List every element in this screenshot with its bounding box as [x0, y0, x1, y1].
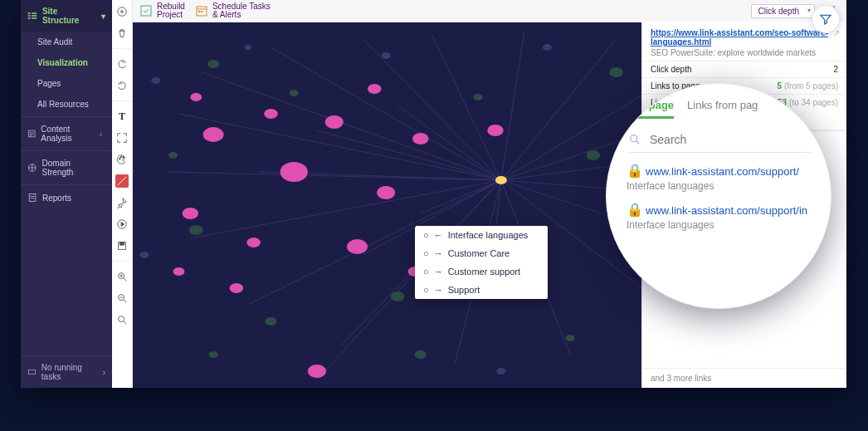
tooltip-row[interactable]: ○← Interface languages — [415, 226, 548, 244]
svg-point-65 — [209, 351, 218, 358]
save-icon[interactable] — [115, 239, 129, 252]
sidebar-section-content-analysis[interactable]: Content Analysis › — [21, 116, 112, 149]
rebuild-project-button[interactable]: Rebuild Project — [139, 2, 185, 20]
svg-rect-20 — [141, 6, 151, 16]
svg-point-78 — [203, 127, 224, 142]
svg-rect-22 — [198, 11, 200, 12]
svg-line-41 — [168, 172, 501, 180]
tooltip-label: Support — [448, 285, 480, 295]
result-url[interactable]: www.link-assistant.com/support/in — [646, 204, 807, 217]
result-caption: Interface languages — [627, 219, 811, 231]
chevron-right-icon: › — [100, 130, 102, 139]
add-node-icon[interactable] — [115, 5, 129, 18]
search-bar[interactable] — [627, 127, 811, 153]
main-sidebar: Site Structure ▾ Site Audit Visualizatio… — [21, 0, 112, 388]
svg-rect-16 — [119, 242, 124, 246]
result-caption: Interface languages — [627, 180, 811, 192]
svg-point-58 — [266, 317, 277, 326]
pin-icon[interactable] — [115, 196, 129, 209]
tooltip-label: Customer Care — [448, 248, 510, 258]
bubble-tab-links-from-page[interactable]: Links from pag — [687, 99, 758, 119]
top-toolbar: Rebuild Project Schedule Tasks & Alerts … — [133, 0, 846, 22]
svg-point-83 — [347, 239, 368, 254]
schedule-tasks-button[interactable]: Schedule Tasks & Alerts — [195, 2, 271, 20]
svg-point-90 — [173, 267, 185, 276]
highlight-tool-icon[interactable] — [115, 174, 129, 188]
result-url[interactable]: www.link-assistant.com/support/ — [646, 165, 799, 178]
svg-rect-9 — [28, 370, 35, 374]
svg-point-81 — [325, 115, 344, 129]
divider — [112, 261, 132, 262]
sidebar-section-domain-strength[interactable]: Domain Strength — [21, 150, 112, 183]
svg-point-60 — [168, 152, 178, 159]
sidebar-item-all-resources[interactable]: All Resources — [21, 94, 112, 115]
page-url-link[interactable]: https://www.link-assistant.com/seo-softw… — [651, 28, 838, 47]
zoom-in-icon[interactable] — [115, 270, 129, 283]
sidebar-section-reports[interactable]: Reports — [21, 184, 112, 208]
svg-point-88 — [308, 365, 326, 378]
svg-point-92 — [368, 84, 382, 94]
click-depth-select[interactable]: Click depth — [751, 4, 815, 18]
sidebar-item-site-audit[interactable]: Site Audit — [21, 32, 112, 52]
arrow-right-icon: → — [434, 285, 443, 295]
chevron-right-icon: › — [103, 368, 105, 377]
tooltip-row[interactable]: ○→ Customer support — [415, 262, 548, 281]
svg-point-87 — [264, 109, 278, 119]
zoom-reset-icon[interactable] — [115, 313, 129, 326]
svg-line-26 — [363, 39, 500, 180]
arrow-right-icon: → — [434, 248, 443, 258]
node-bullet-icon: ○ — [423, 285, 429, 295]
sidebar-footer-label: No running tasks — [41, 363, 98, 381]
filter-button[interactable] — [812, 5, 840, 33]
play-icon[interactable] — [115, 218, 129, 231]
svg-point-80 — [246, 238, 261, 247]
text-tool-icon[interactable]: T — [115, 110, 129, 123]
chevron-down-icon: ▾ — [101, 12, 105, 21]
trash-icon[interactable] — [115, 27, 129, 40]
zoom-out-icon[interactable] — [115, 291, 129, 305]
metric-value: 5 — [777, 81, 782, 91]
svg-line-44 — [317, 130, 501, 180]
svg-rect-4 — [32, 15, 37, 16]
sidebar-label-domain-strength: Domain Strength — [42, 159, 102, 177]
svg-line-45 — [397, 105, 501, 180]
tooltip-label: Interface languages — [448, 230, 529, 240]
search-result[interactable]: 🔒www.link-assistant.com/support/ Interfa… — [627, 163, 811, 192]
search-result[interactable]: 🔒www.link-assistant.com/support/in Inter… — [627, 202, 811, 231]
search-icon — [628, 133, 641, 146]
metric-note: (from 5 pages) — [784, 81, 838, 91]
undo-icon[interactable] — [115, 57, 129, 71]
svg-rect-8 — [29, 194, 36, 202]
tooltip-row[interactable]: ○→ Customer Care — [415, 244, 548, 262]
svg-point-50 — [207, 60, 219, 68]
svg-point-70 — [245, 45, 251, 50]
svg-line-25 — [271, 47, 500, 180]
arrow-right-icon: → — [434, 267, 443, 277]
more-links-note: and 3 more links — [642, 368, 846, 388]
fit-screen-icon[interactable] — [115, 131, 129, 144]
svg-point-72 — [543, 44, 552, 51]
node-bullet-icon: ○ — [423, 230, 429, 240]
page-subtitle: SEO PowerSuite: explore worldwide market… — [651, 48, 838, 57]
sidebar-item-pages[interactable]: Pages — [21, 73, 112, 94]
svg-point-59 — [189, 225, 203, 235]
svg-point-12 — [120, 156, 122, 158]
tooltip-row[interactable]: ○→ Support — [415, 281, 548, 299]
redo-icon[interactable] — [115, 79, 129, 92]
sidebar-section-structure[interactable]: Site Structure ▾ — [21, 0, 112, 32]
lock-icon: 🔒 — [627, 164, 643, 178]
node-tooltip: ↖ ○← Interface languages ○→ Customer Car… — [415, 226, 548, 299]
svg-point-93 — [190, 93, 202, 101]
svg-line-29 — [501, 39, 617, 180]
palette-icon[interactable] — [115, 153, 129, 166]
svg-rect-1 — [28, 15, 31, 16]
cursor-icon: ↖ — [408, 218, 417, 230]
divider — [112, 48, 132, 49]
search-input[interactable] — [648, 132, 809, 147]
sidebar-footer-tasks[interactable]: No running tasks › — [21, 355, 112, 388]
sidebar-item-visualization[interactable]: Visualization — [21, 52, 112, 73]
svg-rect-5 — [32, 17, 37, 18]
svg-point-11 — [119, 158, 121, 159]
viz-toolbar: T — [112, 0, 133, 388]
svg-point-68 — [151, 77, 160, 84]
